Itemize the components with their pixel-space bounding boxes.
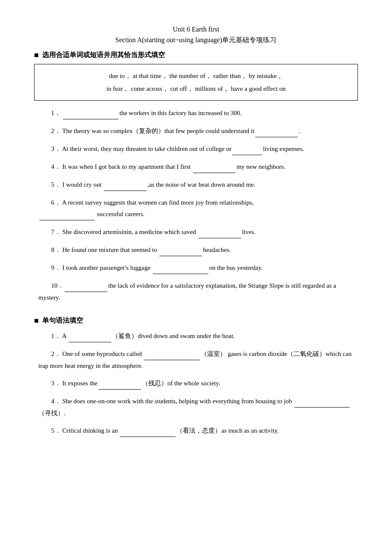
- s2-num-4: 4．: [51, 398, 61, 405]
- exercise-7: 7． She discovered artemisinin, a medicin…: [38, 226, 358, 238]
- s2-blank-4: [294, 396, 350, 408]
- exercise-10: 10． the lack of evidence for a satisfact…: [38, 280, 358, 304]
- s2-blank-5: [120, 425, 176, 437]
- main-title: Unit 6 Earth first: [34, 26, 358, 33]
- num-10: 10．: [51, 282, 64, 289]
- num-7: 7．: [51, 228, 61, 235]
- s2-exercise-5: 5． Critical thinking is an （看法，态度）as muc…: [38, 425, 358, 437]
- exercise-8: 8． He found one mixture that seemed to h…: [38, 244, 358, 256]
- blank-5: [104, 179, 147, 191]
- phrase-box: due to， at that time， the number of， rat…: [34, 64, 358, 101]
- phrase-row1: due to， at that time， the number of， rat…: [43, 69, 349, 82]
- num-1: 1．: [51, 110, 61, 116]
- s2-exercise-3: 3． It exposes the （残忍）of the whole socie…: [38, 378, 358, 390]
- exercise-5: 5． I would cry out ,as the noise of war …: [38, 179, 358, 191]
- sub-title: Section A(starting out~using language)单元…: [34, 36, 358, 45]
- num-6: 6．: [51, 199, 61, 206]
- blank-9: [153, 262, 208, 274]
- blank-1: [63, 107, 118, 119]
- num-5: 5．: [51, 181, 61, 188]
- blank-4: [193, 161, 236, 173]
- section2-exercises: 1． A （鲨鱼）dived down and swam under the b…: [38, 330, 358, 437]
- s2-exercise-1: 1． A （鲨鱼）dived down and swam under the b…: [38, 330, 358, 342]
- section2: ■ 单句语法填空 1． A （鲨鱼）dived down and swam un…: [34, 316, 358, 437]
- section2-title: 单句语法填空: [42, 316, 83, 325]
- section2-icon: ■: [34, 316, 39, 325]
- section1-title: 选用合适单词或短语并用其恰当形式填空: [42, 51, 165, 60]
- num-9: 9．: [51, 264, 61, 271]
- exercise-2: 2． The theory was so complex（复杂的）that fe…: [38, 125, 358, 137]
- title-section: Unit 6 Earth first Section A(starting ou…: [34, 26, 358, 45]
- s2-blank-3: [98, 378, 141, 390]
- blank-10: [65, 280, 107, 292]
- phrase-row2: in fear， come across， cut off， millions …: [43, 82, 349, 95]
- exercise-9: 9． I took another passenger's luggage on…: [38, 262, 358, 274]
- s2-blank-2: [144, 348, 200, 360]
- num-4: 4．: [51, 163, 61, 170]
- blank-3: [232, 143, 262, 155]
- exercise-4: 4． It was when I got back to my apartmen…: [38, 161, 358, 173]
- num-8: 8．: [51, 246, 61, 253]
- section1-icon: ■: [34, 51, 39, 60]
- blank-6: [39, 208, 95, 220]
- s2-exercise-2: 2． One of some byproducts called （温室） ga…: [38, 348, 358, 372]
- s2-num-2: 2．: [51, 350, 61, 357]
- page-content: Unit 6 Earth first Section A(starting ou…: [34, 26, 358, 437]
- exercise-1: 1． the workers in this factory has incre…: [38, 107, 358, 119]
- s2-blank-1: [69, 330, 111, 342]
- blank-7: [199, 226, 241, 238]
- section1-exercises: 1． the workers in this factory has incre…: [38, 107, 358, 304]
- num-3: 3．: [51, 145, 61, 152]
- blank-2: [255, 125, 298, 137]
- s2-num-1: 1．: [51, 332, 61, 339]
- exercise-6: 6． A recent survey suggests that women c…: [38, 197, 358, 220]
- blank-8: [159, 244, 202, 256]
- exercise-3: 3． At their worst, they may threaten to …: [38, 143, 358, 155]
- section1-header: ■ 选用合适单词或短语并用其恰当形式填空: [34, 51, 358, 60]
- num-2: 2．: [51, 127, 61, 134]
- section2-header: ■ 单句语法填空: [34, 316, 358, 325]
- s2-num-5: 5．: [51, 427, 61, 434]
- s2-exercise-4: 4． She does one-on-one work with the stu…: [38, 396, 358, 419]
- s2-num-3: 3．: [51, 380, 61, 387]
